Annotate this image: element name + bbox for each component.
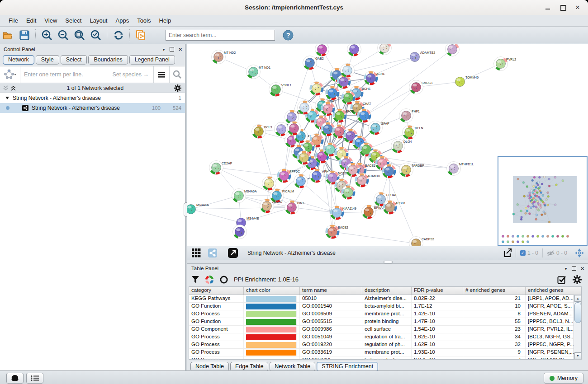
network-edge[interactable] [216,168,284,176]
table-row[interactable]: GO ProcessGO:0006509membrane prot...1.42… [189,310,574,318]
network-node[interactable] [347,44,361,56]
column-header[interactable]: term name [300,287,362,295]
network-node[interactable] [341,186,356,200]
table-row[interactable]: GO ProcessGO:0019220regulation of ph...1… [189,341,574,349]
menu-file[interactable]: File [5,15,22,27]
column-header[interactable]: chart color [244,287,300,295]
network-node-bcl3[interactable]: BCL3 [252,125,272,139]
network-node-mt-nd2[interactable]: MT-ND2 [212,50,236,64]
table-row[interactable]: GO ComponentGO:0009986cell surface1.54E-… [189,326,574,333]
network-node[interactable] [341,91,356,105]
network-node[interactable] [321,102,335,116]
network-node-reln[interactable]: RELN [403,126,423,140]
network-node-mt-nd1[interactable]: MT-ND1 [247,65,271,79]
network-node-adamts2[interactable]: ADAMTS2 [410,51,436,62]
filter-icon[interactable] [191,276,199,284]
network-edge[interactable] [191,196,239,209]
network-node-abca7[interactable]: ABCA7 [260,199,283,213]
tab-select[interactable]: Select [61,55,87,65]
table-row[interactable]: GO ProcessGO:0051049regulation of tra...… [189,333,574,341]
network-node[interactable] [262,177,276,191]
tab-network[interactable]: Network [3,55,34,65]
network-node[interactable] [294,174,308,188]
cytoscape-task-icon[interactable] [6,373,24,384]
menu-layout[interactable]: Layout [85,15,111,27]
navigator-toggle-icon[interactable] [573,246,586,260]
panel-float-icon[interactable] [170,47,174,52]
network-options-gear-icon[interactable] [174,84,181,92]
settings-gear-icon[interactable] [573,275,582,284]
table-scrollbar[interactable]: ▲ ▼ [574,295,581,359]
panel-float-icon[interactable] [572,266,576,271]
expand-all-icon[interactable] [10,85,16,91]
string-search-icon[interactable] [169,66,185,83]
network-collection-row[interactable]: String Network - Alzheimer's disease 1 [0,93,185,103]
tab-legend-panel[interactable]: Legend Panel [129,55,175,65]
zoom-in-icon[interactable] [40,28,54,42]
circle-chart-icon[interactable] [219,275,228,284]
network-node[interactable] [287,122,301,136]
network-node[interactable] [346,163,360,177]
column-header[interactable]: # enriched genes [463,287,526,295]
scrollbar-thumb[interactable] [574,302,581,323]
zoom-out-icon[interactable] [57,28,70,42]
tab-string-enrichment[interactable]: STRING Enrichment [317,362,378,371]
network-edge[interactable] [332,232,416,244]
tab-node-table[interactable]: Node Table [190,362,229,371]
network-node-ms4a4a[interactable]: MS4A4A [187,203,209,214]
network-node[interactable] [341,64,355,78]
table-row[interactable]: GO FunctionGO:0001540beta-amyloid bi...1… [189,303,574,310]
network-node-bin1[interactable]: BIN1 [285,201,304,215]
minimize-button[interactable] [540,0,555,15]
set-species-label[interactable]: Set species → [112,71,153,78]
detach-view-icon[interactable] [226,246,240,260]
tab-network-table[interactable]: Network Table [270,362,315,371]
refresh-icon[interactable] [112,28,125,42]
menu-edit[interactable]: Edit [22,15,40,27]
network-node-vsnl1[interactable]: VSNL1 [269,83,292,97]
search-input[interactable] [166,30,275,41]
network-edge[interactable] [191,209,241,223]
panel-close-icon[interactable]: ✕ [179,47,182,52]
collapse-triangle-icon[interactable] [5,97,9,99]
navigator-viewport[interactable] [513,176,577,223]
network-node[interactable] [446,44,460,56]
menu-tools[interactable]: Tools [133,15,155,27]
zoom-selected-icon[interactable] [89,28,103,42]
grid-view-icon[interactable] [190,246,203,260]
table-row[interactable]: GO ProcessGO:0033619membrane prot...1.93… [189,349,574,356]
collapse-all-icon[interactable] [3,85,9,91]
help-icon[interactable]: ? [281,28,295,42]
menu-view[interactable]: View [40,15,61,27]
network-navigator[interactable] [498,156,588,246]
zoom-fit-icon[interactable] [73,28,86,42]
network-node-cd2ap[interactable]: CD2AP [209,161,232,175]
network-edge[interactable] [364,49,452,116]
network-node-dlg4[interactable]: DLG4 [391,139,412,153]
network-node-cadps2[interactable]: CADPS2 [409,237,435,247]
network-node-tardbp[interactable]: TARDBP [399,163,425,177]
tab-edge-table[interactable]: Edge Table [230,362,268,371]
network-node[interactable] [378,44,392,55]
close-button[interactable]: ✕ [570,0,585,15]
table-row[interactable]: GO FunctionGO:0005515protein binding1.47… [189,318,574,326]
network-node[interactable] [357,109,371,123]
scroll-down-icon[interactable]: ▼ [574,352,581,359]
string-term-input[interactable]: Enter one term per line. [20,71,112,78]
network-share-icon[interactable] [206,246,219,260]
network-node-efna5[interactable]: EFNA5 [362,205,384,219]
task-history-icon[interactable] [26,373,43,384]
column-header[interactable]: enriched genes [526,287,581,295]
export-image-icon[interactable] [501,246,514,260]
select-all-checkbox-icon[interactable] [557,275,566,284]
network-node-apbb1[interactable]: APBB1 [383,201,406,215]
network-node[interactable] [297,151,311,165]
network-node[interactable] [310,82,324,96]
network-node-gfap[interactable]: GFAP [369,121,390,135]
network-row[interactable]: String Network - Alzheimer's disease 100… [0,103,185,113]
network-node[interactable] [233,225,247,239]
panel-menu-icon[interactable]: ▾ [163,47,165,52]
network-node-kiaa1149[interactable]: KIAA1149 [330,206,357,220]
column-header[interactable]: FDR p-value [412,287,463,295]
network-edge[interactable] [191,207,292,209]
